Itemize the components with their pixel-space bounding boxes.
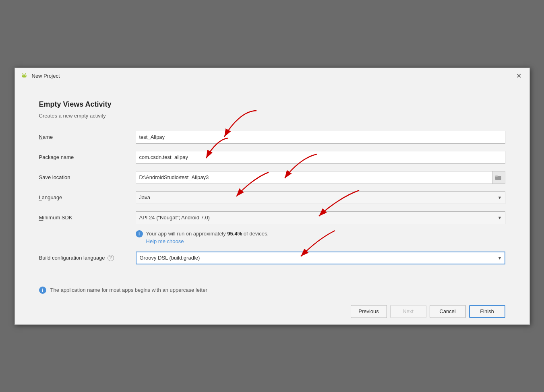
save-location-input[interactable] [136, 171, 492, 184]
minimum-sdk-select[interactable]: API 21 ("Lollipop"; Android 5.0) API 23 … [136, 211, 505, 224]
svg-rect-2 [22, 74, 26, 77]
section-title: Empty Views Activity [39, 100, 505, 109]
svg-point-3 [23, 75, 23, 76]
svg-line-5 [22, 73, 23, 74]
name-label: Name [39, 134, 136, 140]
folder-icon [495, 175, 502, 180]
help-me-choose-link[interactable]: Help me choose [146, 238, 269, 244]
bottom-info-bar: i The application name for most apps beg… [15, 280, 530, 300]
save-location-wrapper [136, 171, 505, 184]
cancel-button[interactable]: Cancel [430, 305, 466, 318]
name-field-row: Name [39, 131, 505, 144]
title-bar: New Project ✕ [15, 68, 530, 84]
main-content: Empty Views Activity Creates a new empty… [15, 84, 530, 280]
next-button[interactable]: Next [390, 305, 426, 318]
bottom-info-text: The application name for most apps begin… [50, 287, 207, 293]
build-config-field-row: Build configuration language ? Groovy DS… [39, 252, 505, 264]
svg-rect-9 [495, 176, 501, 180]
minimum-sdk-label: Minimum SDK [39, 215, 136, 221]
package-input[interactable] [136, 151, 505, 164]
minimum-sdk-field-row: Minimum SDK API 21 ("Lollipop"; Android … [39, 211, 505, 224]
bottom-info-icon: i [39, 287, 46, 294]
language-field-row: Language Java Kotlin ▼ [39, 191, 505, 204]
coverage-info: Your app will run on approximately 95.4%… [146, 230, 269, 244]
package-field-row: Package name [39, 151, 505, 164]
build-config-select[interactable]: Groovy DSL (build.gradle) Kotlin DSL (bu… [136, 252, 505, 264]
coverage-text: Your app will run on approximately 95.4%… [146, 231, 269, 237]
coverage-info-row: i Your app will run on approximately 95.… [136, 230, 505, 244]
form-area: Name Package name [39, 131, 505, 264]
section-subtitle: Creates a new empty activity [39, 113, 505, 119]
name-input[interactable] [136, 131, 505, 144]
build-config-select-wrapper: Groovy DSL (build.gradle) Kotlin DSL (bu… [136, 252, 505, 264]
package-label: Package name [39, 154, 136, 160]
svg-line-6 [25, 73, 26, 74]
close-button[interactable]: ✕ [513, 70, 525, 81]
save-location-label: Save location [39, 174, 136, 180]
new-project-window: New Project ✕ Empty Views Activity Creat… [14, 68, 530, 325]
minimum-sdk-select-wrapper: API 21 ("Lollipop"; Android 5.0) API 23 … [136, 211, 505, 224]
finish-button[interactable]: Finish [469, 305, 505, 318]
window-title: New Project [32, 73, 513, 79]
browse-folder-button[interactable] [492, 171, 505, 184]
svg-point-4 [25, 75, 25, 76]
build-config-label: Build configuration language ? [39, 255, 136, 261]
previous-button[interactable]: Previous [351, 305, 387, 318]
language-select[interactable]: Java Kotlin [136, 191, 505, 204]
language-select-wrapper: Java Kotlin ▼ [136, 191, 505, 204]
android-icon [20, 71, 29, 80]
language-label: Language [39, 194, 136, 200]
help-tooltip-icon[interactable]: ? [108, 255, 114, 261]
svg-rect-10 [495, 175, 498, 177]
footer-buttons: Previous Next Cancel Finish [15, 300, 530, 324]
info-icon: i [136, 230, 143, 237]
save-location-field-row: Save location [39, 171, 505, 184]
